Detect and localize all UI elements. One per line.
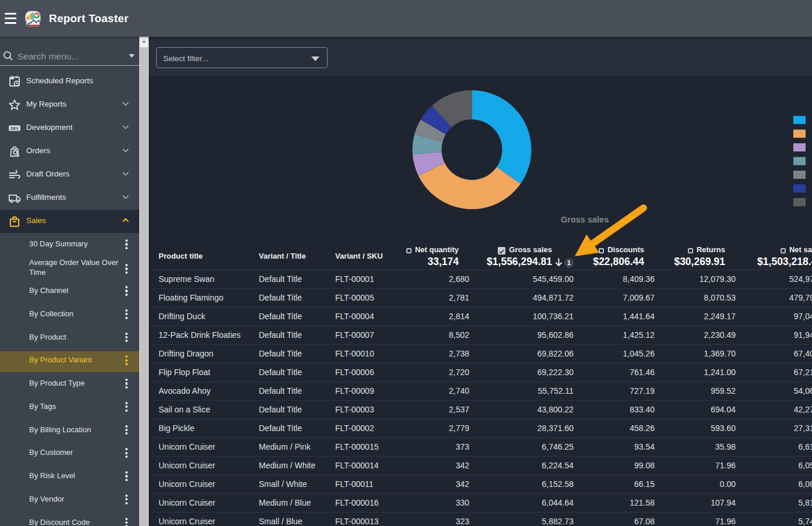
svg-text:DEV: DEV <box>10 126 19 130</box>
